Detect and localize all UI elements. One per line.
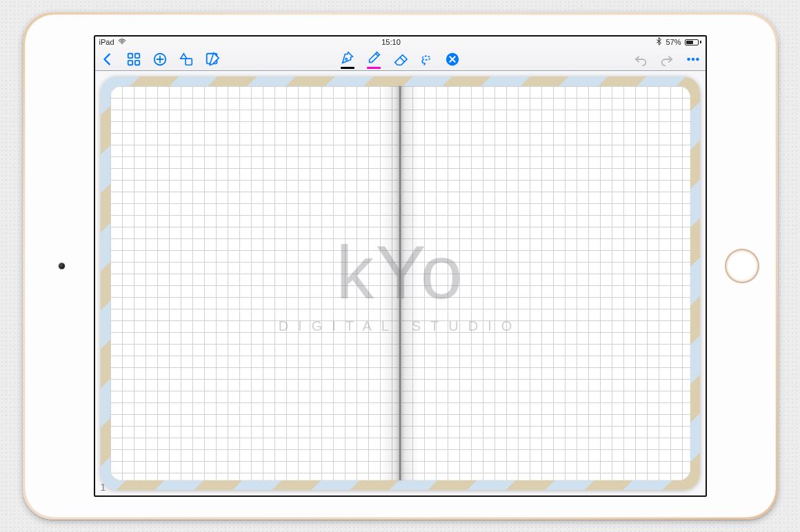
svg-rect-2 [134,53,139,57]
svg-point-0 [121,43,123,45]
page-number: 1 [101,482,106,493]
status-bar: iPad 15:10 57% [95,37,706,48]
battery-percent: 57% [666,38,681,46]
app-toolbar [95,48,706,71]
device-label: iPad [99,38,114,46]
highlighter-tool[interactable] [366,51,382,68]
eraser-tool[interactable] [392,51,408,68]
battery-icon [685,39,701,45]
pen-tool[interactable] [339,51,356,68]
svg-point-12 [696,58,699,61]
svg-rect-4 [134,60,139,64]
shapes-button[interactable] [178,51,194,68]
wifi-icon [118,38,126,46]
notebook-cover [101,76,700,490]
notebook-spread [110,86,690,480]
lasso-tool[interactable] [418,51,434,68]
tablet-bezel: iPad 15:10 57% [25,14,776,518]
front-camera [59,263,65,269]
document-canvas[interactable]: kYo DIGITAL STUDIO 1 [95,71,706,495]
svg-point-11 [692,58,694,61]
svg-point-10 [687,58,690,61]
more-button[interactable] [685,51,701,68]
add-button[interactable] [152,51,168,68]
svg-point-8 [346,58,348,60]
stage: iPad 15:10 57% [0,0,800,532]
clock: 15:10 [381,38,401,46]
notebook-page-right[interactable] [401,86,690,480]
tablet-device: iPad 15:10 57% [23,12,778,520]
bluetooth-icon [656,37,662,47]
svg-rect-6 [186,59,192,65]
undo-button[interactable] [632,51,649,68]
screen: iPad 15:10 57% [94,35,707,497]
home-button[interactable] [725,249,759,283]
close-tool-button[interactable] [444,51,461,68]
notebook-page-left[interactable] [110,86,400,480]
edit-button[interactable] [204,51,221,68]
back-button[interactable] [99,51,116,68]
redo-button[interactable] [659,51,675,68]
svg-rect-1 [128,53,132,57]
svg-rect-3 [128,60,132,64]
thumbnails-button[interactable] [126,51,142,68]
